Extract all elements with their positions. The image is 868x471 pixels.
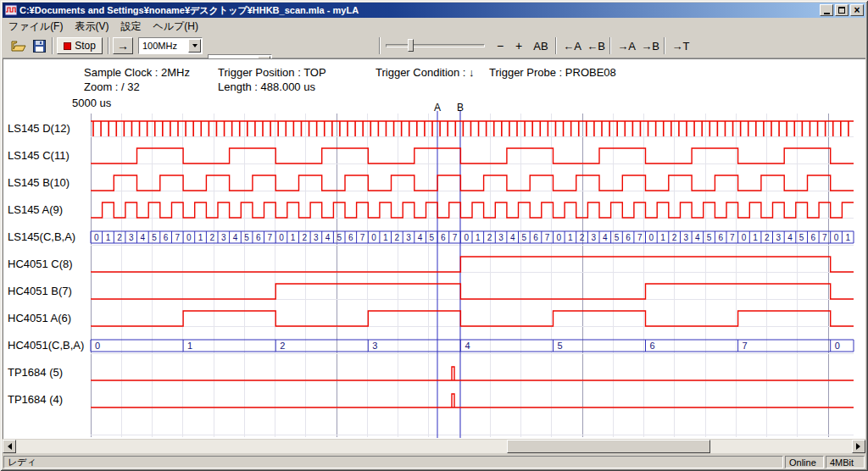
svg-text:7: 7 [268, 233, 273, 242]
svg-text:3: 3 [314, 233, 319, 242]
waveform-display[interactable]: 0123456701234567012345670123456701234567… [3, 58, 865, 439]
sample-clock-select[interactable]: 100MHz [138, 37, 203, 54]
svg-text:5: 5 [799, 233, 804, 242]
zoom-ab-button[interactable]: AB [530, 37, 552, 54]
svg-text:7: 7 [730, 233, 735, 242]
svg-text:5: 5 [558, 341, 563, 351]
zoom-in-button[interactable]: + [511, 37, 526, 54]
horizontal-scrollbar[interactable] [3, 440, 865, 453]
time-scale-label: 5000 us [72, 97, 111, 109]
svg-text:5: 5 [430, 233, 435, 242]
slider-handle[interactable] [408, 39, 414, 52]
toolbar-separator [555, 37, 557, 54]
svg-text:1: 1 [291, 233, 296, 242]
menu-item[interactable]: 設定 [114, 19, 147, 35]
svg-text:1: 1 [187, 341, 192, 351]
svg-text:2: 2 [765, 233, 770, 242]
arrow-right-icon [856, 443, 864, 450]
svg-text:3: 3 [406, 233, 411, 242]
marker-a-label: A [431, 102, 443, 114]
svg-text:3: 3 [372, 341, 377, 351]
svg-text:4: 4 [603, 233, 608, 242]
svg-text:6: 6 [533, 233, 538, 242]
svg-text:7: 7 [545, 233, 550, 242]
svg-text:3: 3 [129, 233, 134, 242]
svg-text:3: 3 [684, 233, 689, 242]
svg-text:7: 7 [637, 233, 643, 242]
length-info: Length : 488.000 us [218, 80, 315, 93]
save-file-button[interactable] [30, 37, 48, 54]
scrollbar-thumb[interactable] [507, 440, 710, 453]
stop-button[interactable]: Stop [57, 37, 103, 54]
svg-text:2: 2 [117, 233, 122, 242]
svg-text:6: 6 [164, 233, 169, 242]
open-folder-icon [11, 40, 26, 53]
svg-text:4: 4 [510, 233, 515, 242]
dropdown-button[interactable] [188, 39, 201, 53]
zoom-out-button[interactable]: − [492, 37, 508, 54]
svg-text:5: 5 [337, 233, 342, 242]
close-button[interactable]: × [850, 4, 864, 16]
svg-text:7: 7 [175, 233, 181, 242]
svg-text:3: 3 [591, 233, 596, 242]
svg-text:2: 2 [303, 233, 308, 242]
statusbar: レディ Online 4MBit [3, 455, 865, 468]
app-icon [5, 4, 17, 16]
zoom-slider[interactable] [386, 39, 487, 53]
trigger-probe-info: Trigger Probe : PROBE08 [489, 66, 616, 79]
svg-text:7: 7 [360, 233, 365, 242]
goto-marker-a-button[interactable]: ←A [560, 37, 584, 54]
svg-text:3: 3 [221, 233, 226, 242]
svg-text:0: 0 [649, 233, 654, 242]
channel-label: LS145 A(9) [8, 203, 92, 217]
svg-text:7: 7 [822, 233, 827, 242]
svg-text:1: 1 [476, 233, 481, 242]
svg-text:2: 2 [395, 233, 400, 242]
arrow-left-icon [4, 443, 12, 450]
menu-item[interactable]: 表示(V) [69, 19, 114, 35]
svg-text:0: 0 [279, 233, 284, 242]
stop-icon [64, 42, 71, 50]
goto-trigger-button[interactable]: →T [669, 37, 693, 54]
channel-label: HC4051 C(8) [8, 258, 92, 271]
trigger-condition-info: Trigger Condition : ↓ [376, 66, 475, 79]
status-memory: 4MBit [826, 456, 865, 468]
channel-label: HC4051 A(6) [8, 312, 92, 325]
scroll-left-button[interactable] [3, 440, 16, 453]
svg-text:4: 4 [141, 233, 146, 242]
menu-item[interactable]: ヘルプ(H) [147, 19, 204, 35]
scroll-right-button[interactable] [852, 440, 865, 453]
floppy-disk-icon [33, 40, 46, 53]
channel-label: LS145 C(11) [8, 149, 92, 163]
svg-text:0: 0 [186, 233, 192, 242]
channel-label: HC4051(C,B,A) [8, 339, 92, 352]
set-marker-a-button[interactable]: →A [615, 37, 638, 54]
goto-marker-b-button[interactable]: ←B [584, 37, 608, 54]
maximize-button[interactable] [835, 4, 849, 16]
menu-item[interactable]: ファイル(F) [3, 19, 69, 35]
channel-label: TP1684 (5) [8, 366, 92, 380]
svg-text:1: 1 [383, 233, 388, 242]
svg-text:0: 0 [557, 233, 562, 242]
svg-text:6: 6 [811, 233, 816, 242]
run-button[interactable]: → [113, 37, 133, 54]
svg-text:0: 0 [742, 233, 747, 242]
trigger-position-info: Trigger Position : TOP [218, 66, 326, 79]
toolbar-separator [52, 37, 53, 54]
svg-text:5: 5 [615, 233, 620, 242]
toolbar-separator [108, 37, 109, 54]
toolbar-separator [609, 37, 611, 54]
maximize-icon [838, 7, 845, 14]
minimize-button[interactable] [820, 4, 833, 16]
svg-text:6: 6 [718, 233, 723, 242]
window-controls: × [820, 4, 864, 16]
svg-text:4: 4 [695, 233, 700, 242]
svg-text:0: 0 [371, 233, 376, 242]
open-file-button[interactable] [9, 37, 28, 54]
svg-text:0: 0 [834, 233, 839, 242]
set-marker-b-button[interactable]: →B [638, 37, 662, 54]
svg-text:6: 6 [441, 233, 446, 242]
run-arrow-icon: → [117, 39, 129, 53]
titlebar[interactable]: C:¥Documents and Settings¥noname¥デスクトップ¥… [3, 3, 865, 18]
svg-text:1: 1 [106, 233, 111, 242]
